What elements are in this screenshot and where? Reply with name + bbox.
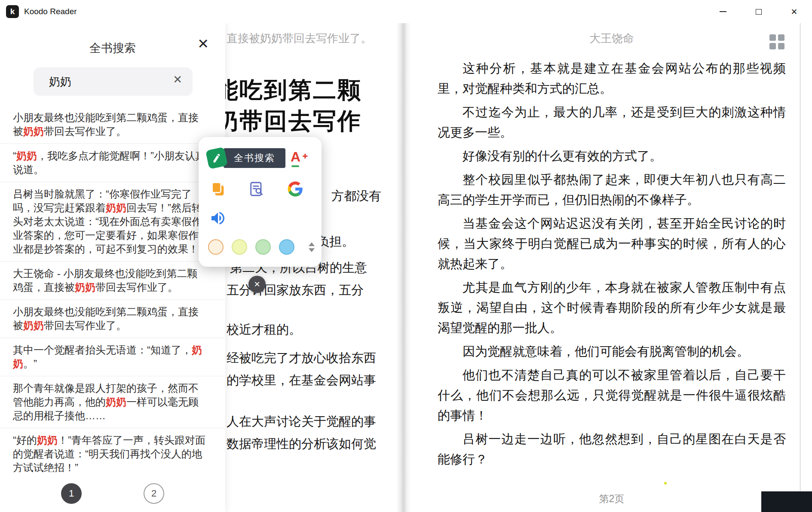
- page-2-button[interactable]: 2: [144, 483, 164, 504]
- grid-view-icon[interactable]: [769, 34, 785, 50]
- left-page-chapter-header: 直接被奶奶带回去写作业了。: [227, 31, 372, 46]
- search-input[interactable]: [49, 67, 169, 96]
- annotation-color-dot-2[interactable]: [232, 239, 247, 255]
- popup-row-2: [199, 180, 322, 198]
- search-panel: 全书搜索 ✕ ✕ 小朋友最终也没能吃到第二颗鸡蛋，直接被奶奶带回去写作业了。 “…: [0, 23, 225, 512]
- right-page-body: 这种分析，基本就是建立在基金会网站公布的那些视频里，对觉醒种类和方式的汇总。 不…: [438, 58, 786, 473]
- match-highlight: 奶奶: [23, 320, 44, 331]
- paragraph: 这种分析，基本就是建立在基金会网站公布的那些视频里，对觉醒种类和方式的汇总。: [438, 58, 786, 99]
- popup-row-3: [199, 209, 322, 227]
- sort-up-icon: [309, 242, 315, 246]
- color-sort-arrows[interactable]: [309, 242, 315, 252]
- result-text-after: 带回去写作业了。: [44, 125, 126, 137]
- translate-icon[interactable]: A ✚: [289, 148, 308, 168]
- result-text-before: “: [13, 150, 16, 162]
- doc-search-glyph: [248, 180, 265, 198]
- window-controls: ✕: [705, 0, 812, 23]
- panel-close-button[interactable]: ✕: [197, 37, 209, 51]
- corner-dark-overlay: [761, 491, 812, 512]
- paragraph: 整个校园里似乎都热闹了起来，即便大年初八也只有高二高三的学生开学而已，但仍旧热闹…: [438, 170, 786, 210]
- left-page-text-fragment: 的学校里，在基金会网站事: [227, 372, 376, 389]
- highlight-pen-icon[interactable]: [205, 147, 228, 169]
- highlight-marker-dot: [664, 482, 667, 485]
- match-highlight: 奶奶: [23, 125, 44, 137]
- page-number-footer: 第2页: [438, 492, 786, 506]
- result-text-after: ，我吃多点才能觉醒啊！”小朋友认真说道。: [13, 150, 205, 175]
- chapter-title-line-1: 能吃到第二颗: [215, 75, 362, 106]
- close-window-button[interactable]: ✕: [776, 0, 812, 23]
- koodo-reader-window: k Koodo Reader ✕ 直接被奶奶带回去写作业了。 能吃到第二颗 奶带…: [0, 0, 812, 512]
- page-right-edge: [800, 23, 801, 512]
- popup-color-row: [199, 239, 322, 255]
- left-page-text-fragment: 数据帝理性的分析该如何觉: [227, 436, 376, 453]
- match-highlight: 奶奶: [75, 281, 95, 293]
- left-page-text-fragment: 方都没有: [331, 188, 381, 205]
- search-result[interactable]: 吕树当时脸就黑了：“你寒假作业写完了吗，没写完赶紧跟着奶奶回去写！”然后转头对老…: [0, 182, 225, 262]
- result-text-before: “好的: [13, 434, 37, 446]
- copy-icon[interactable]: [209, 180, 227, 198]
- page-1-button[interactable]: 1: [61, 483, 82, 504]
- clear-search-button[interactable]: ✕: [173, 74, 182, 85]
- page-spine: [396, 23, 411, 512]
- grid-square: [769, 34, 776, 41]
- left-page-text-fragment: 五分钟回家放东西，五分: [227, 282, 364, 299]
- left-page-text-fragment: 校近才租的。: [227, 321, 301, 338]
- search-result[interactable]: “好的奶奶！”青年答应了一声，转头跟对面的觉醒者说道：“明天我们再找个没人的地方…: [0, 428, 225, 472]
- titlebar: k Koodo Reader ✕: [0, 0, 812, 23]
- annotation-color-dot-3[interactable]: [255, 239, 271, 255]
- app-logo-icon: k: [6, 5, 19, 18]
- panel-title: 全书搜索: [0, 40, 225, 56]
- search-result[interactable]: “奶奶，我吃多点才能觉醒啊！”小朋友认真说道。: [0, 144, 225, 182]
- left-page-text-fragment: 负担。: [317, 233, 354, 250]
- minimize-button[interactable]: [705, 0, 741, 23]
- popup-close-button[interactable]: ✕: [248, 276, 266, 293]
- speaker-icon[interactable]: [209, 209, 227, 227]
- search-result[interactable]: 小朋友最终也没能吃到第二颗鸡蛋，直接被奶奶带回去写作业了。: [0, 106, 225, 144]
- match-highlight: 奶奶: [37, 434, 58, 446]
- close-icon: ✕: [791, 7, 798, 17]
- maximize-button[interactable]: [741, 0, 776, 23]
- pen-glyph: [211, 152, 223, 164]
- grid-square: [769, 43, 776, 49]
- translate-underline: [291, 165, 299, 167]
- dictionary-search-icon[interactable]: [248, 180, 266, 198]
- paragraph: 他们也不清楚自己真的可以不被家里管着以后，自己要干什么，他们不会想那么远，只觉得…: [438, 365, 786, 426]
- copy-glyph: [209, 180, 227, 198]
- paragraph: 吕树一边走一边听，他忽然想到，自己的星图在白天是否能修行？: [438, 429, 786, 469]
- app-title: Koodo Reader: [24, 0, 77, 23]
- search-result[interactable]: 小朋友最终也没能吃到第二颗鸡蛋，直接被奶奶带回去写作业了。: [0, 300, 225, 338]
- left-page-text-fragment: 经被吃完了才放心收拾东西: [227, 350, 376, 367]
- match-highlight: 奶奶: [16, 150, 37, 162]
- paragraph: 尤其是血气方刚的少年，本身就在被家人管教压制中有点叛逆，渴望自由，这个时候青春期…: [438, 277, 786, 338]
- paragraph: 好像没有别的什么更有效的方式了。: [438, 146, 786, 166]
- annotation-color-dot-1[interactable]: [208, 239, 224, 255]
- paragraph: 因为觉醒就意味着，他们可能会有脱离管制的机会。: [438, 341, 786, 362]
- search-result[interactable]: 那个青年就像是跟人打架的孩子，然而不管他能力再高，他的奶奶一样可以毫无顾忌的用棍…: [0, 376, 225, 428]
- maximize-icon: [756, 9, 762, 15]
- translate-plus-icon: ✚: [302, 152, 308, 160]
- result-text-after: 。”: [23, 358, 37, 369]
- result-text-before: 其中一个觉醒者抬头无语道：“知道了，: [13, 344, 192, 356]
- chapter-title-line-2: 奶带回去写作: [215, 106, 362, 137]
- search-results-list: 小朋友最终也没能吃到第二颗鸡蛋，直接被奶奶带回去写作业了。 “奶奶，我吃多点才能…: [0, 106, 225, 472]
- result-text-after: 带回去写作业了。: [44, 320, 126, 331]
- google-g-glyph: [287, 181, 303, 197]
- popup-row-1: 全书搜索 A ✚: [199, 137, 322, 168]
- fullbook-search-button[interactable]: 全书搜索: [224, 148, 285, 168]
- grid-square: [778, 34, 784, 41]
- speaker-glyph: [209, 210, 227, 227]
- grid-square: [778, 43, 784, 49]
- search-result[interactable]: 其中一个觉醒者抬头无语道：“知道了，奶奶。”: [0, 338, 225, 376]
- right-page-book-title-header: 大王饶命: [438, 31, 786, 46]
- google-search-icon[interactable]: [286, 180, 304, 198]
- match-highlight: 奶奶: [106, 202, 126, 213]
- paragraph: 不过迄今为止，最大的几率，还是受到巨大的刺激这种情况更多一些。: [438, 102, 786, 143]
- result-text-after: 带回去写作业了。: [95, 281, 178, 293]
- search-input-box: ✕: [34, 67, 193, 96]
- left-page-text-fragment: 人在大声讨论关于觉醒的事: [227, 413, 376, 430]
- search-result[interactable]: 大王饶命 - 小朋友最终也没能吃到第二颗鸡蛋，直接被奶奶带回去写作业了。: [0, 262, 225, 300]
- annotation-color-dot-4[interactable]: [279, 239, 294, 255]
- selection-popup-menu: 全书搜索 A ✚: [199, 137, 322, 267]
- translate-letter: A: [291, 149, 300, 165]
- results-pagination: 1 2: [0, 472, 225, 512]
